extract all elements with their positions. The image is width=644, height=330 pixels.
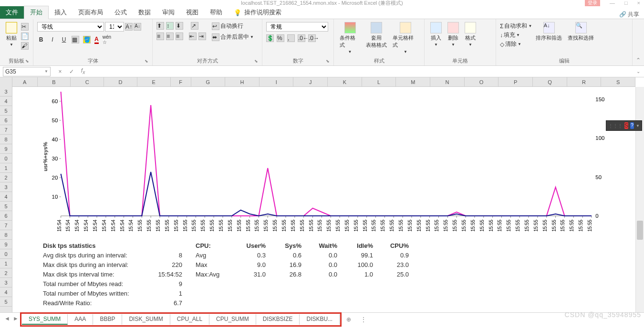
comma-icon[interactable]: , [287,34,295,42]
cell[interactable]: 1 [146,290,184,297]
row-header[interactable]: 7 [0,125,12,135]
row-header[interactable]: 2 [0,173,12,182]
font-size-select[interactable]: 11 [105,22,124,32]
underline-button[interactable]: U [60,36,68,43]
tab-view[interactable]: 视图 [180,6,204,19]
floating-toolbar[interactable]: ⋮⋮⋮ S ? ▼ [606,120,642,131]
column-header[interactable]: A [12,77,38,87]
cell[interactable]: 99.1 [339,252,375,259]
tab-nav-next-icon[interactable]: ► [11,315,20,324]
cell[interactable]: 26.8 [268,271,303,278]
cell[interactable]: 31.0 [232,271,268,278]
indent-increase-icon[interactable]: ⇥ [198,32,206,40]
cell-style-button[interactable]: 单元格样式▼ [391,21,420,55]
column-header[interactable]: H [225,77,260,87]
row-header[interactable]: 3 [0,87,12,96]
dialog-launcher-icon[interactable]: ⬊ [145,59,148,64]
wrap-text-button[interactable]: ↩自动换行 [212,22,254,30]
decrease-font-icon[interactable]: A↓ [134,23,141,31]
tab-help[interactable]: 帮助 [204,6,228,19]
cell[interactable]: Read/Write Ratio: [41,299,146,307]
tab-home[interactable]: 开始 [24,6,49,19]
cell[interactable]: Avg disk tps during an interval: [41,252,146,259]
percent-icon[interactable]: % [277,34,284,42]
align-middle-icon[interactable]: ↕ [166,22,174,30]
row-header[interactable]: 6 [0,116,12,125]
cell[interactable]: 15:54:52 [146,271,184,278]
cell[interactable]: Total number of Mbytes written: [41,290,146,297]
scrollbar-thumb[interactable] [637,221,643,240]
tool-red-icon[interactable]: S [624,122,628,129]
cell[interactable]: 0.0 [303,252,339,259]
cell[interactable]: 8 [146,252,184,259]
tab-data[interactable]: 数据 [133,6,156,19]
sheet-tab[interactable]: AAA [68,314,93,325]
merge-center-button[interactable]: ⬌合并后居中▼ [212,33,254,41]
column-header[interactable]: G [191,77,226,87]
currency-icon[interactable]: 💲 [266,34,274,42]
paste-button[interactable]: 粘贴▼ [4,21,19,48]
tab-menu-icon[interactable]: ⋮ [356,316,371,323]
close-icon[interactable]: × [637,0,640,6]
cell[interactable]: 1.0 [339,271,375,278]
row-header[interactable]: 0 [0,249,12,259]
tab-file[interactable]: 文件 [0,6,24,19]
cell[interactable]: 23.0 [375,261,411,268]
align-center-icon[interactable]: ≡ [166,32,174,40]
dialog-launcher-icon[interactable]: ⬊ [254,59,258,64]
font-name-select[interactable]: 等线 [37,22,104,32]
cell[interactable]: Wait% [303,242,339,249]
tab-formula[interactable]: 公式 [109,6,133,19]
column-header[interactable]: P [499,77,533,87]
row-header[interactable]: 1 [0,163,12,173]
share-button[interactable]: 🔗 共享 [619,11,639,19]
cell[interactable]: 25.0 [375,271,411,278]
column-header[interactable]: K [328,77,362,87]
cell[interactable]: 9.0 [232,261,268,268]
minimize-icon[interactable]: — [610,0,615,6]
clear-button[interactable]: ◇ 清除 ▼ [500,40,532,48]
column-header[interactable]: R [567,77,602,87]
column-header[interactable]: F [171,77,191,87]
table-format-button[interactable]: 套用 表格格式 [364,21,389,50]
tab-layout[interactable]: 页面布局 [73,6,109,19]
align-right-icon[interactable]: ≡ [176,32,183,40]
sheet-tab[interactable]: DISK_SUMM [122,314,170,325]
cell[interactable]: User% [232,242,268,249]
name-box[interactable]: G35▼ [3,67,51,76]
increase-decimal-icon[interactable]: .0← [298,34,305,42]
font-color-button[interactable]: A [94,36,99,44]
dialog-launcher-icon[interactable]: ⬊ [326,59,330,64]
column-header[interactable]: Q [533,77,567,87]
fill-button[interactable]: ↓ 填充 ▼ [500,31,532,39]
decrease-decimal-icon[interactable]: .0→ [308,34,316,42]
cell[interactable]: 16.9 [268,261,303,268]
cell[interactable]: CPU% [375,242,411,249]
delete-cells-button[interactable]: 删除▼ [446,21,461,48]
formula-input[interactable] [91,67,630,76]
cell[interactable]: 0.0 [303,261,339,268]
column-header[interactable]: M [396,77,430,87]
autosum-button[interactable]: Σ 自动求和 ▼ [500,22,532,30]
cell[interactable]: Disk tps statistics [41,242,146,249]
row-header[interactable]: 8 [0,135,12,144]
cell[interactable]: 0.9 [375,252,411,259]
tool-dropdown-icon[interactable]: ▼ [636,124,640,128]
column-header[interactable]: N [430,77,465,87]
cell[interactable]: Max:Avg [194,271,232,278]
cell[interactable]: Max disk tps during an interval: [41,261,146,268]
row-header[interactable]: 2 [0,268,12,278]
tool-help-icon[interactable]: ? [630,122,634,129]
fx-icon[interactable]: fx [79,68,87,75]
sheet-tab[interactable]: CPU_SUMM [209,314,256,325]
cell[interactable]: Sys% [268,242,303,249]
column-header[interactable]: S [601,77,635,87]
insert-cells-button[interactable]: 插入▼ [428,21,444,48]
find-select-button[interactable]: 🔍查找和选择 [566,21,596,43]
column-header[interactable]: L [362,77,396,87]
italic-button[interactable]: I [49,36,56,43]
column-header[interactable]: B [38,77,71,87]
row-header[interactable]: 1 [0,259,12,268]
sheet-tab[interactable]: SYS_SUMM [22,314,68,325]
bold-button[interactable]: B [37,36,45,43]
